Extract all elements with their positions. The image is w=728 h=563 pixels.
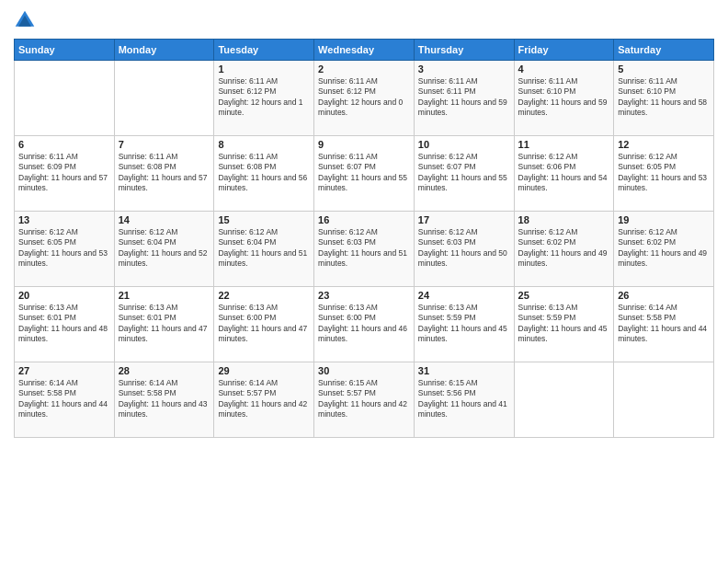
day-number: 12 [618,139,710,150]
calendar-cell: 25Sunrise: 6:13 AMSunset: 5:59 PMDayligh… [514,287,614,362]
calendar-cell: 15Sunrise: 6:12 AMSunset: 6:04 PMDayligh… [214,212,314,287]
calendar-cell: 6Sunrise: 6:11 AMSunset: 6:09 PMDaylight… [15,136,115,212]
day-number: 9 [318,139,410,150]
cell-info: Sunrise: 6:11 AMSunset: 6:07 PMDaylight:… [318,152,410,194]
logo [14,9,40,31]
day-number: 5 [618,63,710,75]
header-friday: Friday [514,40,614,61]
calendar-cell: 18Sunrise: 6:12 AMSunset: 6:02 PMDayligh… [514,212,614,287]
cell-info: Sunrise: 6:11 AMSunset: 6:09 PMDaylight:… [18,152,110,194]
header-saturday: Saturday [614,40,714,61]
day-number: 11 [518,139,610,150]
day-number: 19 [618,214,710,225]
day-number: 14 [119,214,210,225]
calendar-cell: 23Sunrise: 6:13 AMSunset: 6:00 PMDayligh… [314,287,415,362]
cell-info: Sunrise: 6:12 AMSunset: 6:03 PMDaylight:… [418,227,510,270]
day-number: 26 [618,290,710,301]
cell-info: Sunrise: 6:11 AMSunset: 6:10 PMDaylight:… [618,76,710,119]
day-number: 16 [318,214,410,225]
cell-info: Sunrise: 6:11 AMSunset: 6:12 PMDaylight:… [218,76,310,119]
day-number: 6 [18,139,110,150]
page: SundayMondayTuesdayWednesdayThursdayFrid… [0,0,728,563]
calendar-cell: 30Sunrise: 6:15 AMSunset: 5:57 PMDayligh… [314,362,415,438]
calendar-cell [614,362,714,438]
week-row-3: 20Sunrise: 6:13 AMSunset: 6:01 PMDayligh… [15,287,714,362]
day-number: 2 [318,63,410,75]
header-thursday: Thursday [414,40,514,61]
cell-info: Sunrise: 6:11 AMSunset: 6:08 PMDaylight:… [218,152,310,194]
logo-icon [14,9,36,31]
day-number: 7 [119,139,210,150]
calendar-cell: 4Sunrise: 6:11 AMSunset: 6:10 PMDaylight… [514,61,614,136]
calendar-cell: 7Sunrise: 6:11 AMSunset: 6:08 PMDaylight… [114,136,214,212]
day-number: 18 [518,214,610,225]
day-number: 25 [518,290,610,301]
week-row-4: 27Sunrise: 6:14 AMSunset: 5:58 PMDayligh… [15,362,714,438]
day-number: 24 [418,290,510,301]
calendar-cell [15,61,115,136]
cell-info: Sunrise: 6:15 AMSunset: 5:57 PMDaylight:… [318,378,410,420]
calendar-cell: 9Sunrise: 6:11 AMSunset: 6:07 PMDaylight… [314,136,415,212]
week-row-2: 13Sunrise: 6:12 AMSunset: 6:05 PMDayligh… [15,212,714,287]
cell-info: Sunrise: 6:12 AMSunset: 6:04 PMDaylight:… [119,227,210,270]
calendar-cell: 19Sunrise: 6:12 AMSunset: 6:02 PMDayligh… [614,212,714,287]
calendar-cell: 31Sunrise: 6:15 AMSunset: 5:56 PMDayligh… [414,362,514,438]
cell-info: Sunrise: 6:12 AMSunset: 6:04 PMDaylight:… [218,227,310,270]
day-number: 15 [218,214,310,225]
calendar-cell: 20Sunrise: 6:13 AMSunset: 6:01 PMDayligh… [15,287,115,362]
calendar-cell: 3Sunrise: 6:11 AMSunset: 6:11 PMDaylight… [414,61,514,136]
cell-info: Sunrise: 6:12 AMSunset: 6:07 PMDaylight:… [418,152,510,194]
calendar-cell: 21Sunrise: 6:13 AMSunset: 6:01 PMDayligh… [114,287,214,362]
cell-info: Sunrise: 6:11 AMSunset: 6:11 PMDaylight:… [418,76,510,119]
calendar-cell [514,362,614,438]
day-number: 1 [218,63,310,75]
calendar-cell: 13Sunrise: 6:12 AMSunset: 6:05 PMDayligh… [15,212,115,287]
cell-info: Sunrise: 6:11 AMSunset: 6:12 PMDaylight:… [318,76,410,119]
header-monday: Monday [114,40,214,61]
cell-info: Sunrise: 6:13 AMSunset: 5:59 PMDaylight:… [418,303,510,345]
cell-info: Sunrise: 6:15 AMSunset: 5:56 PMDaylight:… [418,378,510,420]
cell-info: Sunrise: 6:12 AMSunset: 6:02 PMDaylight:… [518,227,610,270]
cell-info: Sunrise: 6:14 AMSunset: 5:58 PMDaylight:… [119,378,210,420]
calendar-cell: 5Sunrise: 6:11 AMSunset: 6:10 PMDaylight… [614,61,714,136]
day-number: 27 [18,365,110,376]
day-number: 30 [318,365,410,376]
day-number: 29 [218,365,310,376]
header-sunday: Sunday [15,40,115,61]
day-number: 4 [518,63,610,75]
cell-info: Sunrise: 6:14 AMSunset: 5:58 PMDaylight:… [618,303,710,345]
cell-info: Sunrise: 6:13 AMSunset: 6:01 PMDaylight:… [18,303,110,345]
calendar-cell: 1Sunrise: 6:11 AMSunset: 6:12 PMDaylight… [214,61,314,136]
calendar-cell: 12Sunrise: 6:12 AMSunset: 6:05 PMDayligh… [614,136,714,212]
week-row-1: 6Sunrise: 6:11 AMSunset: 6:09 PMDaylight… [15,136,714,212]
calendar-cell: 2Sunrise: 6:11 AMSunset: 6:12 PMDaylight… [314,61,415,136]
calendar-cell: 16Sunrise: 6:12 AMSunset: 6:03 PMDayligh… [314,212,415,287]
cell-info: Sunrise: 6:13 AMSunset: 6:00 PMDaylight:… [218,303,310,345]
header-tuesday: Tuesday [214,40,314,61]
cell-info: Sunrise: 6:13 AMSunset: 5:59 PMDaylight:… [518,303,610,345]
day-number: 17 [418,214,510,225]
calendar-cell: 24Sunrise: 6:13 AMSunset: 5:59 PMDayligh… [414,287,514,362]
cell-info: Sunrise: 6:12 AMSunset: 6:05 PMDaylight:… [18,227,110,270]
calendar-cell: 17Sunrise: 6:12 AMSunset: 6:03 PMDayligh… [414,212,514,287]
header-wednesday: Wednesday [314,40,415,61]
calendar-cell: 28Sunrise: 6:14 AMSunset: 5:58 PMDayligh… [114,362,214,438]
cell-info: Sunrise: 6:12 AMSunset: 6:02 PMDaylight:… [618,227,710,270]
day-number: 23 [318,290,410,301]
day-number: 28 [119,365,210,376]
calendar-cell: 27Sunrise: 6:14 AMSunset: 5:58 PMDayligh… [15,362,115,438]
calendar-cell [114,61,214,136]
cell-info: Sunrise: 6:14 AMSunset: 5:58 PMDaylight:… [18,378,110,420]
calendar-cell: 26Sunrise: 6:14 AMSunset: 5:58 PMDayligh… [614,287,714,362]
cell-info: Sunrise: 6:14 AMSunset: 5:57 PMDaylight:… [218,378,310,420]
week-row-0: 1Sunrise: 6:11 AMSunset: 6:12 PMDaylight… [15,61,714,136]
day-number: 31 [418,365,510,376]
day-number: 10 [418,139,510,150]
day-number: 8 [218,139,310,150]
cell-info: Sunrise: 6:13 AMSunset: 6:01 PMDaylight:… [119,303,210,345]
day-number: 20 [18,290,110,301]
header-row: SundayMondayTuesdayWednesdayThursdayFrid… [15,40,714,61]
day-number: 21 [119,290,210,301]
cell-info: Sunrise: 6:12 AMSunset: 6:03 PMDaylight:… [318,227,410,270]
header [14,9,714,31]
